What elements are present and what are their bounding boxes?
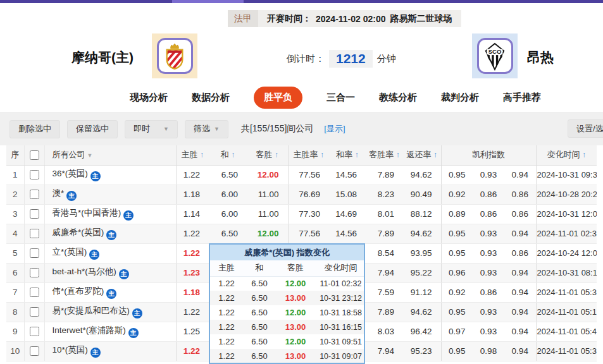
venue: 路易斯二世球场	[390, 13, 452, 25]
header-return-rate[interactable]: 返还率 ↑	[403, 145, 441, 165]
company-cell[interactable]: 立*(英国)主	[44, 243, 176, 263]
popup-change-time: 10-31 09:51	[315, 334, 365, 349]
draw-odds: 6.00	[209, 204, 247, 224]
company-cell[interactable]: 10*(英国)主	[44, 341, 176, 361]
away-rate: 8.54	[366, 243, 403, 263]
row-checkbox[interactable]	[30, 248, 39, 258]
popup-row: 1.22 6.50 13.00 10-31 23:12	[210, 291, 365, 305]
change-time: 2024-11-01 05:36	[536, 282, 597, 302]
away-rate: 7.94	[366, 263, 403, 282]
away-crest-text: SCO	[488, 48, 502, 55]
company-cell[interactable]: bet-at-h*(马尔他)主	[44, 263, 176, 282]
draw-odds: 6.00	[209, 185, 247, 204]
row-checkbox[interactable]	[30, 268, 39, 277]
kelly-away: 0.94	[504, 322, 536, 341]
away-rate: 7.94	[366, 341, 403, 361]
kelly-draw: 0.86	[473, 185, 504, 204]
company-cell[interactable]: 香港马*(中国香港)主	[44, 204, 176, 224]
row-checkbox[interactable]	[30, 288, 39, 297]
company-cell[interactable]: 伟*(直布罗陀)主	[44, 282, 176, 302]
header-draw-odds[interactable]: 和 ↑	[209, 145, 247, 165]
popup-change-time: 10-31 18:58	[315, 305, 365, 320]
kelly-away: 0.94	[504, 224, 536, 243]
row-checkbox-cell	[24, 185, 44, 204]
home-team-name: 摩纳哥(主)	[71, 49, 134, 66]
header-company[interactable]: 所有公司▼	[44, 145, 176, 165]
row-checkbox[interactable]	[30, 170, 39, 179]
kelly-home: 0.92	[441, 282, 473, 302]
popup-row: 1.22 6.50 13.00 10-31 16:15	[210, 320, 365, 334]
kelly-home: 0.95	[441, 224, 473, 243]
kelly-draw: 0.93	[473, 322, 504, 341]
show-link[interactable]: [显示]	[324, 123, 345, 135]
row-index: 3	[6, 204, 24, 224]
company-cell[interactable]: 36*(英国)主	[44, 165, 176, 185]
tab-three-in-one[interactable]: 三合一	[326, 92, 355, 104]
select-all-checkbox[interactable]	[30, 150, 39, 160]
tab-live-analysis[interactable]: 现场分析	[130, 92, 168, 104]
header-home-odds[interactable]: 主胜 ↑	[176, 145, 209, 165]
kelly-home: 0.97	[441, 322, 473, 341]
row-checkbox[interactable]	[30, 346, 39, 356]
main-market-badge-icon: 主	[106, 230, 116, 240]
away-rate: 7.59	[366, 282, 403, 302]
delete-selected-button[interactable]: 删除选中	[9, 120, 60, 138]
kickoff-time: 2024-11-02 02:00	[316, 14, 386, 24]
tab-data-analysis[interactable]: 数据分析	[192, 92, 230, 104]
popup-draw-odds: 6.50	[243, 349, 276, 363]
home-rate: 77.56	[288, 165, 329, 185]
sort-asc-icon: ↑	[320, 150, 324, 159]
main-market-badge-icon: 主	[66, 191, 77, 201]
header-away-odds[interactable]: 客胜 ↑	[247, 145, 288, 165]
kelly-away: 0.86	[504, 243, 536, 263]
kelly-home: 0.95	[441, 243, 473, 263]
row-index: 2	[6, 185, 24, 204]
settings-select-button[interactable]: 设置/选择	[568, 119, 603, 138]
popup-header-row: 主胜 和 客胜 变化时间	[210, 260, 365, 276]
company-cell[interactable]: 威廉希*(英国)主	[44, 224, 176, 243]
home-odds: 1.23	[176, 263, 209, 282]
popup-table: 主胜 和 客胜 变化时间 1.22 6.50 12.00 11-01 02:32…	[210, 260, 365, 363]
company-cell[interactable]: 澳*主	[44, 185, 176, 204]
kelly-draw: 0.86	[473, 282, 504, 302]
row-checkbox-cell	[24, 224, 44, 243]
tab-win-draw-lose[interactable]: 胜平负	[254, 87, 302, 109]
row-checkbox[interactable]	[30, 209, 39, 219]
tab-coach-analysis[interactable]: 教练分析	[379, 92, 417, 104]
row-checkbox[interactable]	[30, 190, 39, 199]
change-time: 2024-10-31 09:32	[536, 165, 597, 185]
popup-header-home: 主胜	[210, 260, 243, 276]
home-rate: 77.30	[288, 204, 329, 224]
draw-rate: 15.08	[329, 185, 366, 204]
popup-draw-odds: 6.50	[243, 276, 276, 291]
row-checkbox[interactable]	[30, 229, 39, 238]
header-checkbox-cell	[24, 145, 44, 165]
away-crest-frame: SCO	[477, 38, 513, 74]
popup-away-odds: 12.00	[276, 276, 315, 291]
header-away-rate[interactable]: 客胜率 ↑	[366, 145, 403, 165]
kelly-away: 0.94	[504, 282, 536, 302]
tab-expert-picks[interactable]: 高手推荐	[503, 92, 541, 104]
return-rate: 95.22	[403, 263, 441, 282]
instant-odds-dropdown[interactable]: 即时 ▼	[125, 120, 178, 138]
change-time: 2024-11-01 05:40	[536, 322, 597, 341]
popup-change-time: 11-01 02:32	[315, 276, 365, 291]
sort-asc-icon: ↑	[231, 150, 235, 159]
header-draw-rate[interactable]: 和率 ↑	[329, 145, 366, 165]
company-cell[interactable]: Interwet*(塞浦路斯)主	[44, 322, 176, 341]
row-checkbox[interactable]	[30, 327, 39, 336]
row-index: 6	[6, 263, 24, 282]
company-cell[interactable]: 易*(安提瓜和巴布达)主	[44, 302, 176, 322]
popup-away-odds: 13.00	[276, 320, 315, 334]
header-home-rate[interactable]: 主胜率 ↑	[288, 145, 329, 165]
keep-selected-button[interactable]: 保留选中	[67, 120, 118, 138]
change-time: 2024-11-01 05:17	[536, 302, 597, 322]
tab-referee-analysis[interactable]: 裁判分析	[441, 92, 479, 104]
popup-change-time: 10-31 09:07	[315, 349, 365, 363]
header-change-time[interactable]: 变化时间 ↑	[536, 145, 597, 165]
filter-dropdown[interactable]: 筛选 ▼	[185, 120, 228, 138]
sort-asc-icon: ↑	[433, 150, 437, 159]
row-checkbox[interactable]	[30, 307, 39, 317]
away-rate: 7.89	[366, 224, 403, 243]
draw-odds: 6.50	[209, 224, 247, 243]
